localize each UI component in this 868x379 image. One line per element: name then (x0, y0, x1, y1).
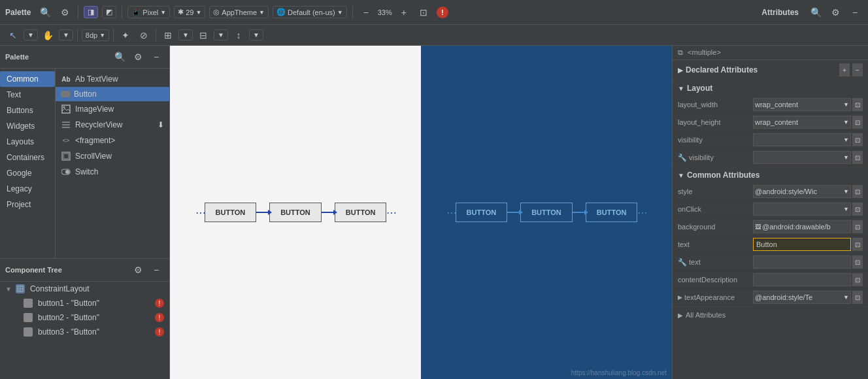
content-desc-input[interactable] (753, 273, 851, 286)
background-dropdown[interactable]: 🖼 @android:drawable/b (753, 220, 851, 233)
common-attrs-header[interactable]: ▼ Common Attributes (673, 167, 868, 183)
category-containers[interactable]: Containers (0, 150, 55, 165)
tree-button1[interactable]: button1 - "Button" ! (0, 296, 169, 310)
text-input[interactable] (753, 238, 851, 251)
style-corner-btn[interactable]: ⊡ (852, 185, 863, 198)
palette-search-btn[interactable]: 🔍 (112, 49, 127, 65)
text-appearance-corner-btn[interactable]: ⊡ (852, 291, 863, 304)
layout-width-dropdown[interactable]: wrap_content ▼ (753, 98, 851, 111)
clear-constraints-tool[interactable]: ⊘ (136, 27, 152, 43)
attr-settings-icon[interactable]: ⚙ (827, 5, 843, 20)
text-wrench-input[interactable] (753, 255, 851, 269)
tree-button3[interactable]: button3 - "Button" ! (0, 325, 169, 339)
category-project[interactable]: Project (0, 197, 55, 212)
align-tool[interactable]: ⊞ (160, 27, 176, 43)
canvas-blue-button-1[interactable]: BUTTON (456, 203, 508, 222)
canvas-button-2[interactable]: BUTTON (269, 203, 322, 222)
attr-search-icon[interactable]: 🔍 (808, 5, 824, 20)
blueprint-toggle[interactable]: ◩ (102, 6, 116, 18)
tree-constraint-layout[interactable]: ▼ ConstraintLayout (0, 282, 169, 296)
declared-min-btn[interactable]: − (852, 63, 863, 76)
dp-dropdown[interactable]: 8dp ▼ (82, 29, 109, 41)
background-corner-btn[interactable]: ⊡ (852, 220, 863, 233)
all-attrs-label: All Attributes (686, 311, 726, 319)
panning-tool[interactable]: ✋ (41, 27, 56, 43)
text-corner-btn[interactable]: ⊡ (852, 238, 863, 251)
palette-item-button[interactable]: Button (56, 87, 169, 101)
palette-item-scrollview[interactable]: ScrollView (56, 148, 169, 164)
declared-add-btn[interactable]: + (839, 63, 850, 76)
select-dropdown[interactable]: ▼ (24, 29, 38, 41)
palette-item-textview[interactable]: Ab Ab TextView (56, 71, 169, 87)
category-google[interactable]: Google (0, 165, 55, 181)
tree-button2[interactable]: button2 - "Button" ! (0, 310, 169, 325)
palette-settings-icon[interactable]: ⚙ (57, 5, 73, 20)
palette-min-btn[interactable]: − (148, 49, 164, 65)
canvas-blue-button-2[interactable]: BUTTON (520, 203, 573, 222)
palette-item-imageview[interactable]: ImageView (56, 101, 169, 117)
layout-section-header[interactable]: ▼ Layout (673, 80, 868, 96)
guidelines-tool[interactable]: ⊟ (195, 27, 211, 43)
margin-dropdown[interactable]: ▼ (249, 29, 263, 41)
content-desc-corner-btn[interactable]: ⊡ (852, 273, 863, 286)
layout-height-dropdown[interactable]: wrap_content ▼ (753, 116, 851, 129)
canvas-blue-button-3[interactable]: BUTTON (586, 203, 638, 222)
visibility-corner-btn[interactable]: ⊡ (852, 133, 863, 146)
canvas-button-3[interactable]: BUTTON (335, 203, 387, 222)
margin-tool[interactable]: ↕ (231, 27, 246, 43)
attr-close-icon[interactable]: − (847, 5, 863, 20)
canvas-blue[interactable]: ⋯ BUTTON BUTTON (421, 46, 672, 379)
style-dropdown[interactable]: @android:style/Wic ▼ (753, 185, 851, 198)
text-appearance-dropdown[interactable]: @android:style/Te ▼ (753, 291, 851, 304)
zoom-out-btn[interactable]: − (358, 5, 374, 20)
canvas-white[interactable]: ⋯ BUTTON BUTTON (170, 46, 421, 379)
palette-header-icons: 🔍 ⚙ − (112, 49, 164, 65)
select-tool[interactable]: ↖ (5, 27, 21, 43)
onclick-corner-btn[interactable]: ⊡ (852, 203, 863, 216)
layout-height-name: layout_height (678, 118, 753, 126)
zoom-fit-btn[interactable]: ⊡ (416, 5, 431, 20)
layout-height-corner-btn[interactable]: ⊡ (852, 116, 863, 129)
align-dropdown[interactable]: ▼ (178, 29, 193, 41)
locale-dropdown[interactable]: 🌐 Default (en-us) ▼ (273, 6, 347, 18)
theme-label: AppTheme (222, 8, 257, 16)
palette-header: Palette 🔍 ⚙ − (0, 46, 169, 69)
all-attrs-link[interactable]: ▶ All Attributes (673, 307, 868, 323)
canvas-button-1[interactable]: BUTTON (205, 203, 257, 222)
visibility-icon-corner-btn[interactable]: ⊡ (852, 151, 863, 164)
magic-wand-tool[interactable]: ✦ (118, 27, 133, 43)
palette-item-recyclerview[interactable]: RecyclerView ⬇ (56, 117, 169, 133)
palette-gear-btn[interactable]: ⚙ (130, 49, 146, 65)
onclick-dropdown[interactable]: ▼ (753, 203, 851, 216)
text-wrench-corner-btn[interactable]: ⊡ (852, 255, 863, 269)
category-common[interactable]: Common (0, 71, 55, 87)
palette-search-icon[interactable]: 🔍 (37, 5, 53, 20)
category-widgets[interactable]: Widgets (0, 118, 55, 134)
panning-dropdown[interactable]: ▼ (59, 29, 73, 41)
zoom-in-btn[interactable]: + (396, 5, 412, 20)
tree-settings-icon[interactable]: ⚙ (130, 262, 146, 278)
tree-arrow: ▼ (5, 286, 12, 293)
multiple-label: <multiple> (688, 48, 721, 56)
palette-item-switch[interactable]: Switch (56, 164, 169, 180)
api-dropdown[interactable]: ✱ 29 ▼ (174, 6, 205, 18)
attr-text-wrench: 🔧 text ⊡ (673, 254, 868, 271)
visibility-icon-dropdown[interactable]: ▼ (753, 151, 851, 164)
visibility-dropdown[interactable]: ▼ (753, 133, 851, 146)
category-legacy[interactable]: Legacy (0, 181, 55, 197)
device-dropdown[interactable]: 📱 Pixel ▼ (127, 6, 170, 18)
category-buttons[interactable]: Buttons (0, 103, 55, 118)
guidelines-dropdown[interactable]: ▼ (214, 29, 228, 41)
category-text[interactable]: Text (0, 87, 55, 103)
design-toggle[interactable]: ◨ (84, 6, 98, 18)
button-icon (61, 91, 70, 97)
palette-item-fragment[interactable]: <> <fragment> (56, 133, 169, 148)
download-icon: ⬇ (158, 120, 164, 129)
tree-min-icon[interactable]: − (148, 262, 164, 278)
warning-badge[interactable]: ! (437, 7, 448, 18)
category-layouts[interactable]: Layouts (0, 134, 55, 150)
theme-dropdown[interactable]: ◎ AppTheme ▼ (209, 6, 269, 18)
declared-attrs-header[interactable]: ▶ Declared Attributes + − (673, 60, 868, 80)
layout-width-corner-btn[interactable]: ⊡ (852, 98, 863, 111)
attributes-title: Attributes (761, 8, 799, 17)
